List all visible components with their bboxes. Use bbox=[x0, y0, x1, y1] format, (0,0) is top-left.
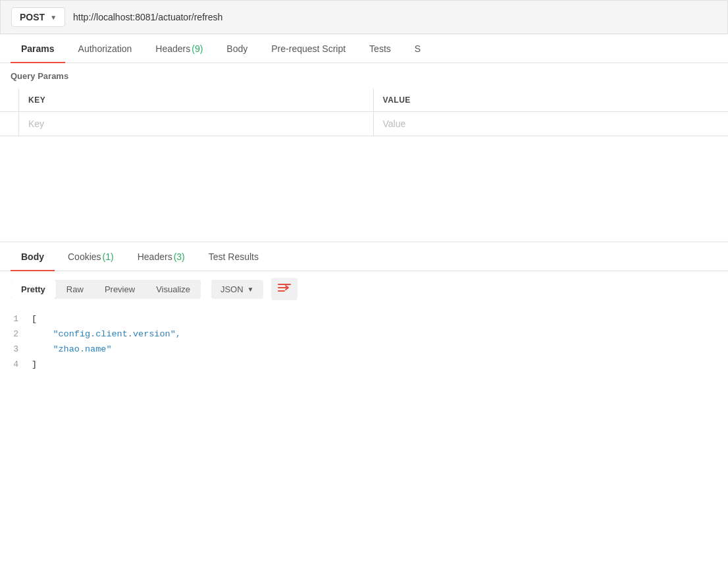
json-type-selector[interactable]: JSON ▼ bbox=[211, 280, 263, 299]
code-content-3: "zhao.name" bbox=[32, 342, 112, 357]
format-preview[interactable]: Preview bbox=[94, 280, 145, 299]
row-checkbox bbox=[0, 112, 19, 136]
col-key-header: KEY bbox=[19, 89, 374, 112]
tab-tests[interactable]: Tests bbox=[359, 34, 402, 63]
format-visualize[interactable]: Visualize bbox=[145, 280, 201, 299]
col-checkbox-header bbox=[0, 89, 19, 112]
code-content-4: ] bbox=[32, 357, 37, 373]
query-params-header: Query Params bbox=[0, 63, 728, 89]
empty-area bbox=[0, 136, 728, 242]
key-input-cell[interactable]: Key bbox=[19, 112, 374, 136]
method-selector[interactable]: POST ▼ bbox=[11, 7, 65, 27]
wrap-button[interactable] bbox=[271, 278, 298, 300]
request-tabs: Params Authorization Headers(9) Body Pre… bbox=[0, 34, 728, 63]
method-chevron: ▼ bbox=[50, 14, 57, 21]
json-label: JSON bbox=[221, 284, 244, 294]
url-input[interactable] bbox=[73, 12, 717, 22]
code-area: 1 [ 2 "config.client.version", 3 "zhao.n… bbox=[0, 307, 728, 378]
format-raw[interactable]: Raw bbox=[56, 280, 94, 299]
code-indent-3 bbox=[32, 344, 53, 354]
tab-authorization[interactable]: Authorization bbox=[68, 34, 143, 63]
json-chevron: ▼ bbox=[247, 286, 254, 293]
code-string-3: "zhao.name" bbox=[53, 344, 111, 354]
code-line-1: 1 [ bbox=[11, 312, 728, 327]
value-input-cell[interactable]: Value bbox=[373, 112, 728, 136]
code-line-3: 3 "zhao.name" bbox=[11, 342, 728, 357]
code-line-4: 4 ] bbox=[11, 357, 728, 373]
tab-body[interactable]: Body bbox=[216, 34, 258, 63]
line-number-2: 2 bbox=[11, 327, 32, 342]
format-pretty[interactable]: Pretty bbox=[11, 280, 56, 299]
tab-params[interactable]: Params bbox=[11, 34, 65, 63]
format-group: Pretty Raw Preview Visualize bbox=[11, 280, 201, 299]
response-tab-body[interactable]: Body bbox=[11, 242, 55, 271]
code-string-2: "config.client.version", bbox=[53, 329, 180, 339]
code-indent-2 bbox=[32, 329, 53, 339]
response-tabs: Body Cookies(1) Headers(3) Test Results bbox=[0, 242, 728, 271]
tab-settings[interactable]: S bbox=[404, 34, 431, 63]
tab-headers[interactable]: Headers(9) bbox=[145, 34, 213, 63]
url-bar: POST ▼ bbox=[0, 0, 728, 34]
code-content-2: "config.client.version", bbox=[32, 327, 181, 342]
method-label: POST bbox=[20, 12, 45, 22]
col-value-header: VALUE bbox=[373, 89, 728, 112]
response-tab-headers[interactable]: Headers(3) bbox=[127, 242, 195, 271]
line-number-1: 1 bbox=[11, 312, 32, 327]
code-line-2: 2 "config.client.version", bbox=[11, 327, 728, 342]
response-tab-cookies[interactable]: Cookies(1) bbox=[57, 242, 124, 271]
line-number-4: 4 bbox=[11, 357, 32, 372]
response-tab-testresults[interactable]: Test Results bbox=[198, 242, 269, 271]
wrap-icon bbox=[278, 282, 291, 296]
line-number-3: 3 bbox=[11, 342, 32, 357]
tab-prerequest[interactable]: Pre-request Script bbox=[261, 34, 356, 63]
code-content-1: [ bbox=[32, 312, 37, 327]
format-bar: Pretty Raw Preview Visualize JSON ▼ bbox=[0, 271, 728, 307]
params-table: KEY VALUE Key Value bbox=[0, 89, 728, 136]
params-row-empty: Key Value bbox=[0, 112, 728, 136]
